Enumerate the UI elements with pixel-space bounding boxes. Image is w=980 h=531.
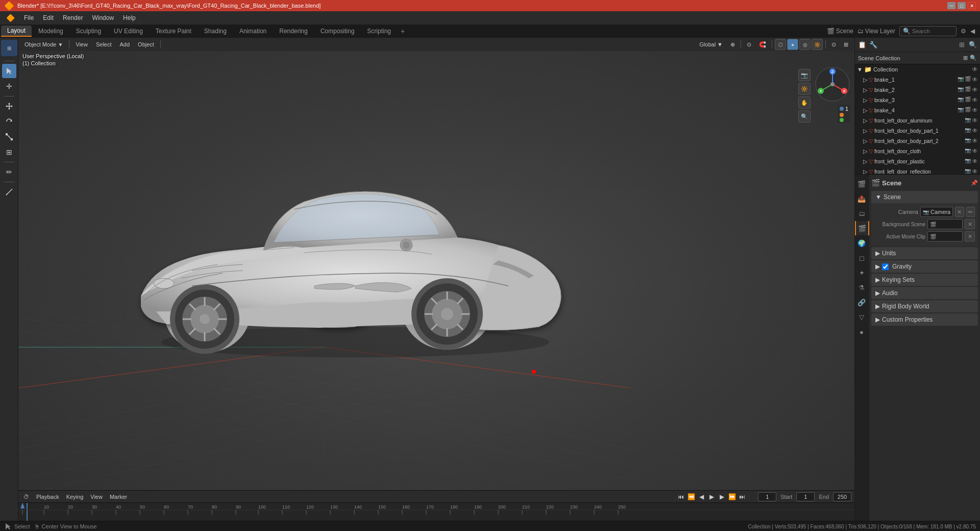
- bg-scene-value[interactable]: 🎬: [927, 219, 963, 229]
- next-frame-button[interactable]: ▶: [717, 492, 726, 501]
- scene-pin-icon[interactable]: 📌: [971, 180, 978, 186]
- render-view-button[interactable]: 🔆: [798, 83, 811, 95]
- fld-aluminum-cam-icon[interactable]: 📷: [965, 117, 971, 124]
- brake1-render-icon[interactable]: 🎬: [965, 76, 971, 83]
- maximize-button[interactable]: □: [958, 2, 966, 9]
- outliner-item-brake4[interactable]: ▷ ▽ brake_4 📷 🎬 👁: [855, 105, 980, 115]
- tab-texture-paint[interactable]: Texture Paint: [150, 26, 198, 37]
- annotate-tool-button[interactable]: ✏: [2, 165, 16, 179]
- fld-cloth-cam-icon[interactable]: 📷: [965, 148, 971, 155]
- outliner-item-fld-plastic[interactable]: ▷ ▽ front_left_door_plastic 📷 👁: [855, 156, 980, 166]
- next-keyframe-button[interactable]: ⏩: [727, 492, 737, 501]
- jump-start-button[interactable]: ⏮: [676, 492, 685, 501]
- tab-modeling[interactable]: Modeling: [32, 26, 69, 37]
- play-button[interactable]: ▶: [707, 492, 716, 501]
- brake1-eye-icon[interactable]: 👁: [972, 76, 978, 83]
- brake4-eye-icon[interactable]: 👁: [972, 107, 978, 114]
- tab-scripting[interactable]: Scripting: [361, 26, 397, 37]
- outliner-collection-root[interactable]: ▼ 📁 Collection 👁: [855, 64, 980, 75]
- menu-render[interactable]: Render: [59, 12, 87, 23]
- snap-toggle[interactable]: 🧲: [756, 39, 769, 50]
- outliner-item-brake3[interactable]: ▷ ▽ brake_3 📷 🎬 👁: [855, 95, 980, 105]
- brake2-eye-icon[interactable]: 👁: [972, 86, 978, 93]
- measure-tool-button[interactable]: [2, 185, 16, 199]
- rotate-tool-button[interactable]: [2, 114, 16, 129]
- title-bar-controls[interactable]: ─ □ ✕: [947, 2, 976, 9]
- gravity-section-header[interactable]: ▶ Gravity: [871, 260, 978, 273]
- camera-value[interactable]: 📷 Camera: [920, 207, 953, 217]
- brake3-cam-icon[interactable]: 📷: [958, 96, 964, 104]
- gizmos-button[interactable]: ⊞: [841, 39, 851, 50]
- outliner-item-fld-body2[interactable]: ▷ ▽ front_left_door_body_part_2 📷 👁: [855, 136, 980, 146]
- menu-blender[interactable]: 🔶: [2, 12, 19, 23]
- audio-section-header[interactable]: ▶ Audio: [871, 287, 978, 299]
- jump-end-button[interactable]: ⏭: [738, 492, 747, 501]
- close-button[interactable]: ✕: [968, 2, 976, 9]
- material-shading[interactable]: ◎: [799, 39, 811, 50]
- fld-body1-cam-icon[interactable]: 📷: [965, 127, 971, 134]
- current-frame-input[interactable]: 1: [758, 492, 776, 501]
- add-workspace-button[interactable]: +: [398, 26, 408, 36]
- custom-properties-section-header[interactable]: ▶ Custom Properties: [871, 313, 978, 326]
- brake2-render-icon[interactable]: 🎬: [965, 86, 971, 93]
- marker-menu[interactable]: Marker: [108, 493, 129, 500]
- fld-plastic-eye-icon[interactable]: 👁: [972, 158, 978, 165]
- menu-file[interactable]: File: [20, 12, 38, 23]
- collapse-icon[interactable]: ◀: [970, 28, 975, 35]
- scene-properties-tab[interactable]: 🎬: [855, 221, 869, 235]
- tab-layout[interactable]: Layout: [1, 26, 32, 37]
- wireframe-shading[interactable]: ⬡: [775, 39, 786, 50]
- view-menu[interactable]: View: [72, 39, 91, 50]
- camera-select-button[interactable]: ✕: [955, 207, 964, 217]
- add-menu[interactable]: Add: [117, 39, 133, 50]
- data-properties-tab[interactable]: ▽: [855, 310, 869, 324]
- tab-compositing[interactable]: Compositing: [314, 26, 361, 37]
- brake3-eye-icon[interactable]: 👁: [972, 96, 978, 104]
- start-frame-input[interactable]: 1: [796, 492, 815, 501]
- outliner-item-fld-aluminum[interactable]: ▷ ▽ front_left_door_aluminum 📷 👁: [855, 115, 980, 126]
- scale-tool-button[interactable]: [2, 130, 16, 144]
- overlays-button[interactable]: ⊙: [828, 39, 839, 50]
- menu-window[interactable]: Window: [88, 12, 118, 23]
- camera-edit-button[interactable]: ✏: [966, 207, 975, 217]
- menu-help[interactable]: Help: [119, 12, 140, 23]
- transform-tool-button[interactable]: ⊞: [2, 145, 16, 159]
- bg-scene-button[interactable]: ✕: [965, 219, 975, 229]
- material-properties-tab[interactable]: ●: [855, 325, 869, 339]
- object-properties-tab[interactable]: ◻: [855, 251, 869, 265]
- brake2-cam-icon[interactable]: 📷: [958, 86, 964, 93]
- outliner-item-brake1[interactable]: ▷ ▽ brake_1 📷 🎬 👁: [855, 75, 980, 85]
- move-tool-button[interactable]: [2, 99, 16, 113]
- prev-keyframe-button[interactable]: ⏪: [687, 492, 696, 501]
- object-menu[interactable]: Object: [135, 39, 157, 50]
- render-properties-tab[interactable]: 🎬: [855, 177, 869, 191]
- tab-shading[interactable]: Shading: [198, 26, 233, 37]
- fld-body2-cam-icon[interactable]: 📷: [965, 137, 971, 144]
- gravity-checkbox[interactable]: [882, 263, 889, 270]
- search-right-icon[interactable]: 🔍: [968, 40, 978, 50]
- playback-menu[interactable]: Playback: [34, 493, 61, 500]
- view-layer-properties-tab[interactable]: 🗂: [855, 206, 869, 221]
- tab-animation[interactable]: Animation: [233, 26, 273, 37]
- keying-menu[interactable]: Keying: [64, 493, 86, 500]
- timeline-track[interactable]: 1 10 20 30 40 50 60 70 80 90 1: [18, 503, 854, 521]
- tab-uv-editing[interactable]: UV Editing: [108, 26, 149, 37]
- physics-properties-tab[interactable]: ⚗: [855, 280, 869, 295]
- properties-icon[interactable]: 🔧: [868, 40, 878, 50]
- fld-body2-eye-icon[interactable]: 👁: [972, 137, 978, 144]
- minimize-button[interactable]: ─: [947, 2, 955, 9]
- pivot-button[interactable]: ⊕: [727, 39, 738, 50]
- tab-rendering[interactable]: Rendering: [273, 26, 313, 37]
- rigid-body-world-section-header[interactable]: ▶ Rigid Body World: [871, 300, 978, 312]
- end-frame-input[interactable]: 250: [833, 492, 851, 501]
- fld-plastic-cam-icon[interactable]: 📷: [965, 158, 971, 165]
- outliner-item-fld-cloth[interactable]: ▷ ▽ front_left_door_cloth 📷 👁: [855, 146, 980, 156]
- keying-sets-section-header[interactable]: ▶ Keying Sets: [871, 274, 978, 286]
- prev-frame-button[interactable]: ◀: [697, 492, 706, 501]
- car-scene[interactable]: Z X Y 📷 🔆 ✋ 🔍: [18, 51, 854, 521]
- proportional-edit[interactable]: ⊙: [744, 39, 754, 50]
- units-section-header[interactable]: ▶ Units: [871, 247, 978, 259]
- output-properties-tab[interactable]: 📤: [855, 191, 869, 206]
- outliner-filter-icon[interactable]: ⊞: [963, 55, 968, 61]
- scene-section-header[interactable]: ▼ Scene: [871, 191, 978, 203]
